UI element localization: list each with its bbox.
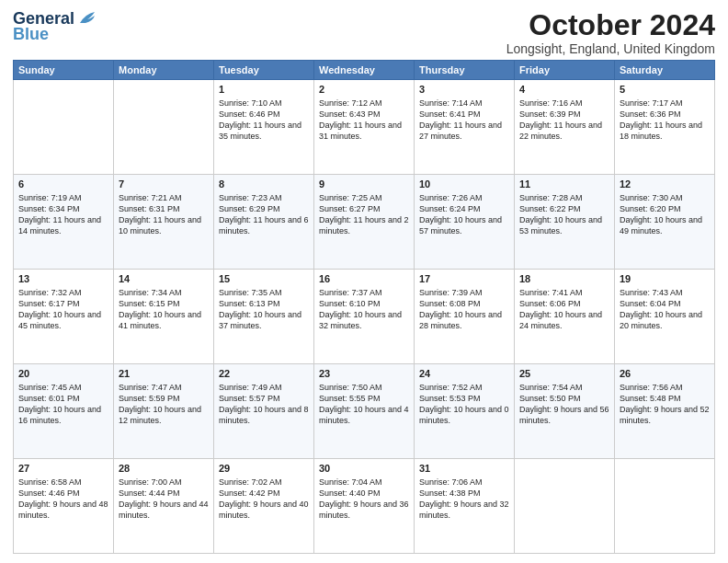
day-number: 25 <box>519 367 609 381</box>
day-cell: 28Sunrise: 7:00 AMSunset: 4:44 PMDayligh… <box>114 459 214 554</box>
daylight-text: Daylight: 10 hours and 24 minutes. <box>519 310 602 330</box>
sunset-text: Sunset: 6:04 PM <box>620 299 681 308</box>
day-number: 16 <box>319 272 409 286</box>
day-number: 15 <box>219 272 309 286</box>
sunrise-text: Sunrise: 7:16 AM <box>519 98 583 108</box>
sunset-text: Sunset: 4:40 PM <box>319 488 381 498</box>
sunrise-text: Sunrise: 7:06 AM <box>419 477 483 487</box>
sunset-text: Sunset: 6:22 PM <box>519 204 581 213</box>
daylight-text: Daylight: 9 hours and 52 minutes. <box>620 405 710 425</box>
day-cell: 3Sunrise: 7:14 AMSunset: 6:41 PMDaylight… <box>415 80 515 175</box>
daylight-text: Daylight: 10 hours and 53 minutes. <box>519 215 602 236</box>
day-number: 10 <box>419 178 509 191</box>
day-cell: 25Sunrise: 7:54 AMSunset: 5:50 PMDayligh… <box>515 364 615 459</box>
sunrise-text: Sunrise: 7:39 AM <box>419 288 483 297</box>
logo: General Blue <box>13 9 98 44</box>
sunset-text: Sunset: 6:10 PM <box>319 299 381 308</box>
day-cell: 11Sunrise: 7:28 AMSunset: 6:22 PMDayligh… <box>515 175 615 270</box>
sunrise-text: Sunrise: 7:17 AM <box>620 98 683 108</box>
day-cell: 20Sunrise: 7:45 AMSunset: 6:01 PMDayligh… <box>14 364 114 459</box>
sunset-text: Sunset: 6:13 PM <box>219 299 280 308</box>
sunset-text: Sunset: 6:29 PM <box>219 204 280 213</box>
daylight-text: Daylight: 11 hours and 2 minutes. <box>319 215 409 236</box>
day-number: 13 <box>18 272 108 286</box>
sunset-text: Sunset: 5:59 PM <box>119 394 180 403</box>
day-number: 2 <box>319 83 409 97</box>
day-number: 8 <box>219 178 309 191</box>
sunrise-text: Sunrise: 7:30 AM <box>620 193 683 202</box>
day-cell: 6Sunrise: 7:19 AMSunset: 6:34 PMDaylight… <box>14 175 114 270</box>
sunset-text: Sunset: 5:57 PM <box>219 394 280 403</box>
day-cell: 14Sunrise: 7:34 AMSunset: 6:15 PMDayligh… <box>114 270 214 364</box>
day-cell: 8Sunrise: 7:23 AMSunset: 6:29 PMDaylight… <box>214 175 314 270</box>
daylight-text: Daylight: 10 hours and 28 minutes. <box>419 310 502 330</box>
daylight-text: Daylight: 10 hours and 4 minutes. <box>319 405 409 425</box>
day-cell: 27Sunrise: 6:58 AMSunset: 4:46 PMDayligh… <box>14 459 114 554</box>
col-header-sunday: Sunday <box>14 61 114 80</box>
sunrise-text: Sunrise: 7:10 AM <box>219 98 282 108</box>
sunset-text: Sunset: 4:38 PM <box>419 488 481 498</box>
day-number: 6 <box>18 178 108 191</box>
sunset-text: Sunset: 4:44 PM <box>119 488 180 498</box>
col-header-saturday: Saturday <box>615 61 715 80</box>
sunrise-text: Sunrise: 7:54 AM <box>519 383 583 392</box>
sunset-text: Sunset: 6:43 PM <box>319 109 381 119</box>
sunset-text: Sunset: 6:31 PM <box>119 204 180 213</box>
day-cell <box>114 80 214 175</box>
sunset-text: Sunset: 6:36 PM <box>620 109 681 119</box>
sunrise-text: Sunrise: 7:32 AM <box>18 288 82 297</box>
day-cell: 10Sunrise: 7:26 AMSunset: 6:24 PMDayligh… <box>415 175 515 270</box>
day-number: 30 <box>319 462 409 476</box>
daylight-text: Daylight: 9 hours and 44 minutes. <box>119 500 209 520</box>
page: General Blue October 2024 Longsight, Eng… <box>0 0 728 563</box>
sunset-text: Sunset: 5:53 PM <box>419 394 481 403</box>
day-number: 12 <box>620 178 710 191</box>
day-cell <box>515 459 615 554</box>
day-number: 14 <box>119 272 209 286</box>
sunrise-text: Sunrise: 6:58 AM <box>18 477 82 487</box>
daylight-text: Daylight: 10 hours and 20 minutes. <box>620 310 702 330</box>
week-row-1: 1Sunrise: 7:10 AMSunset: 6:46 PMDaylight… <box>14 80 715 175</box>
sunrise-text: Sunrise: 7:00 AM <box>119 477 182 487</box>
daylight-text: Daylight: 9 hours and 36 minutes. <box>319 500 409 520</box>
day-cell: 9Sunrise: 7:25 AMSunset: 6:27 PMDaylight… <box>314 175 415 270</box>
col-header-monday: Monday <box>114 61 214 80</box>
sunrise-text: Sunrise: 7:45 AM <box>18 383 82 392</box>
daylight-text: Daylight: 11 hours and 6 minutes. <box>219 215 309 236</box>
day-cell: 16Sunrise: 7:37 AMSunset: 6:10 PMDayligh… <box>314 270 415 364</box>
day-number: 19 <box>620 272 710 286</box>
daylight-text: Daylight: 11 hours and 10 minutes. <box>119 215 201 236</box>
daylight-text: Daylight: 10 hours and 45 minutes. <box>18 310 101 330</box>
day-cell <box>615 459 715 554</box>
day-number: 4 <box>519 83 609 97</box>
sunset-text: Sunset: 6:24 PM <box>419 204 481 213</box>
sunrise-text: Sunrise: 7:43 AM <box>620 288 683 297</box>
day-cell: 4Sunrise: 7:16 AMSunset: 6:39 PMDaylight… <box>515 80 615 175</box>
daylight-text: Daylight: 11 hours and 14 minutes. <box>18 215 101 236</box>
sunrise-text: Sunrise: 7:12 AM <box>319 98 382 108</box>
daylight-text: Daylight: 10 hours and 32 minutes. <box>319 310 402 330</box>
col-header-thursday: Thursday <box>415 61 515 80</box>
sunrise-text: Sunrise: 7:49 AM <box>219 383 282 392</box>
day-number: 18 <box>519 272 609 286</box>
week-row-3: 13Sunrise: 7:32 AMSunset: 6:17 PMDayligh… <box>14 270 715 364</box>
sunset-text: Sunset: 6:01 PM <box>18 394 80 403</box>
sunset-text: Sunset: 4:46 PM <box>18 488 80 498</box>
sunrise-text: Sunrise: 7:37 AM <box>319 288 382 297</box>
daylight-text: Daylight: 9 hours and 32 minutes. <box>419 500 509 520</box>
daylight-text: Daylight: 10 hours and 0 minutes. <box>419 405 509 425</box>
day-number: 27 <box>18 462 108 476</box>
sunrise-text: Sunrise: 7:34 AM <box>119 288 182 297</box>
sunrise-text: Sunrise: 7:04 AM <box>319 477 382 487</box>
sunset-text: Sunset: 6:15 PM <box>119 299 180 308</box>
sunrise-text: Sunrise: 7:41 AM <box>519 288 583 297</box>
sunset-text: Sunset: 5:50 PM <box>519 394 581 403</box>
day-cell: 31Sunrise: 7:06 AMSunset: 4:38 PMDayligh… <box>415 459 515 554</box>
day-cell: 30Sunrise: 7:04 AMSunset: 4:40 PMDayligh… <box>314 459 415 554</box>
day-cell: 1Sunrise: 7:10 AMSunset: 6:46 PMDaylight… <box>214 80 314 175</box>
calendar-table: SundayMondayTuesdayWednesdayThursdayFrid… <box>13 60 715 554</box>
title-section: October 2024 Longsight, England, United … <box>506 9 715 56</box>
day-cell: 13Sunrise: 7:32 AMSunset: 6:17 PMDayligh… <box>14 270 114 364</box>
daylight-text: Daylight: 9 hours and 56 minutes. <box>519 405 609 425</box>
sunrise-text: Sunrise: 7:25 AM <box>319 193 382 202</box>
